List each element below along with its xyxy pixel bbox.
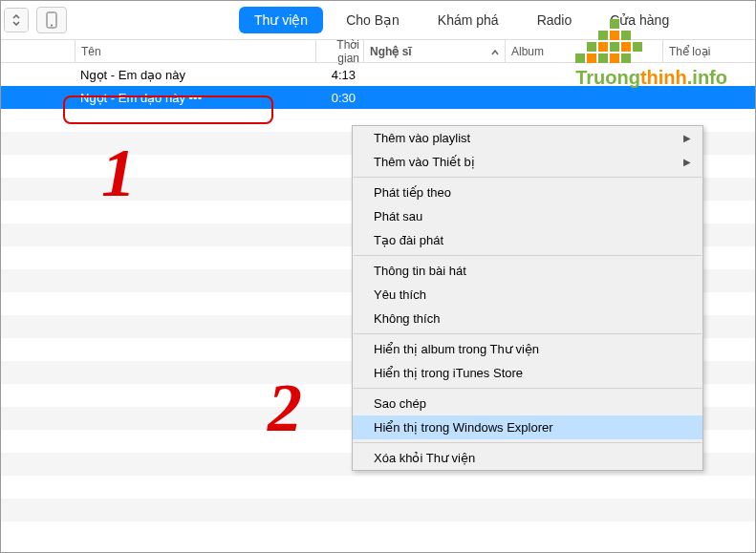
table-row-selected[interactable]: Ngọt - Em dạo này ••• 0:30: [0, 86, 756, 109]
song-time: 4:13: [315, 68, 363, 82]
menu-love[interactable]: Yêu thích: [353, 283, 702, 307]
column-name[interactable]: Tên: [75, 40, 315, 62]
column-album[interactable]: Album: [505, 40, 662, 62]
column-genre[interactable]: Thể loại: [662, 40, 756, 62]
menu-play-next[interactable]: Phát tiếp theo: [353, 181, 702, 204]
menu-add-playlist[interactable]: Thêm vào playlist▶: [353, 126, 702, 150]
song-name: Ngọt - Em dạo này •••: [75, 91, 315, 105]
menu-add-device[interactable]: Thêm vào Thiết bị▶: [353, 150, 702, 174]
sort-asc-icon: [491, 45, 499, 58]
song-name: Ngọt - Em dạo này: [75, 68, 315, 82]
menu-show-store[interactable]: Hiển thị trong iTunes Store: [353, 361, 702, 385]
song-time: 0:30: [315, 91, 363, 105]
toolbar: Thư viện Cho Bạn Khám phá Radio Cửa hàng: [0, 0, 756, 40]
tab-browse[interactable]: Khám phá: [422, 7, 514, 33]
column-time[interactable]: Thời gian: [315, 40, 363, 62]
svg-point-1: [51, 24, 53, 26]
nav-tabs: Thư viện Cho Bạn Khám phá Radio Cửa hàng: [239, 7, 684, 33]
menu-create-station[interactable]: Tạo đài phát: [353, 228, 702, 252]
tab-library[interactable]: Thư viện: [239, 7, 323, 33]
tab-radio[interactable]: Radio: [522, 7, 588, 33]
sort-buttons: [4, 8, 29, 32]
column-artist[interactable]: Nghệ sĩ: [363, 40, 505, 62]
menu-song-info[interactable]: Thông tin bài hát: [353, 259, 702, 283]
menu-dislike[interactable]: Không thích: [353, 307, 702, 330]
menu-copy[interactable]: Sao chép: [353, 392, 702, 415]
chevron-right-icon: ▶: [683, 157, 691, 167]
table-header: Tên Thời gian Nghệ sĩ Album Thể loại: [0, 40, 756, 63]
menu-delete[interactable]: Xóa khỏi Thư viện: [353, 446, 702, 470]
menu-show-explorer[interactable]: Hiển thị trong Windows Explorer: [353, 415, 702, 439]
column-artist-label: Nghệ sĩ: [370, 45, 412, 58]
chevron-right-icon: ▶: [683, 133, 691, 143]
menu-play-later[interactable]: Phát sau: [353, 204, 702, 228]
tab-store[interactable]: Cửa hàng: [594, 7, 684, 33]
device-button[interactable]: [36, 7, 67, 33]
tab-for-you[interactable]: Cho Bạn: [331, 7, 415, 33]
context-menu: Thêm vào playlist▶ Thêm vào Thiết bị▶ Ph…: [352, 125, 703, 471]
table-row[interactable]: Ngọt - Em dạo này 4:13: [0, 63, 756, 86]
sort-dropdown-button[interactable]: [5, 9, 28, 32]
menu-show-album[interactable]: Hiển thị album trong Thư viện: [353, 337, 702, 361]
